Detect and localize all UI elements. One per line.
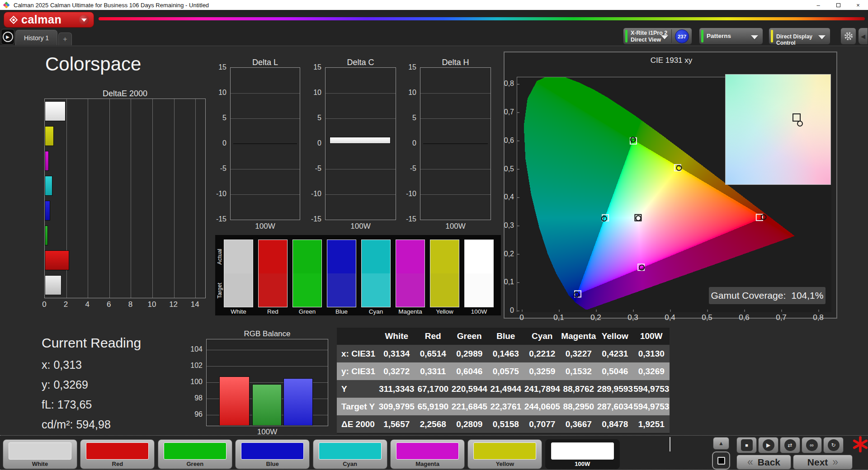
rgb-bar-red	[219, 376, 250, 426]
collapse-panel-button[interactable]: ◀	[858, 28, 868, 45]
next-button-label: Next	[807, 457, 828, 468]
y-tick-label: 10	[304, 89, 321, 97]
y-tick-label: 104	[184, 345, 203, 353]
patterns-dropdown[interactable]: Patterns	[699, 28, 763, 45]
add-tab-button[interactable]: +	[58, 33, 72, 45]
table-value-cell: 1,9251	[633, 415, 670, 433]
panel-expand-button[interactable]: ▲	[713, 437, 729, 450]
swatch-column-yellow	[430, 240, 459, 307]
pattern-bottom-bar: WhiteRedGreenBlueCyanMagentaYellow100W ▲…	[0, 435, 868, 470]
stop-button[interactable]: ■	[736, 437, 757, 453]
table-value-cell: 0,1463	[488, 345, 524, 362]
column-header-red: Red	[415, 328, 452, 345]
y-tick-label: 5	[399, 114, 416, 122]
table-value-cell: 0,6046	[451, 362, 488, 380]
tab-scroll-left-button[interactable]: ▶	[1, 29, 14, 45]
gear-icon	[844, 31, 854, 41]
red-asterisk-icon	[852, 436, 868, 453]
swatch-column-label: Blue	[327, 308, 356, 315]
notification-button[interactable]	[852, 436, 868, 455]
calman-app-window: Calman 2025 Calman Ultimate for Business…	[0, 0, 868, 470]
delta-h-chart-title: Delta H	[420, 58, 491, 67]
y-tick-label: 15	[399, 63, 416, 71]
current-reading-fL: fL: 173,65	[42, 398, 92, 411]
next-button[interactable]: Next »	[793, 455, 853, 470]
settings-button[interactable]	[840, 28, 856, 45]
table-value-cell: 2,2568	[415, 415, 452, 433]
table-value-cell: 594,9753	[633, 380, 670, 398]
actual-swatch	[224, 240, 253, 273]
chevron-down-icon	[661, 35, 668, 39]
column-header-100w: 100W	[633, 328, 670, 345]
delta-l-x-label: 100W	[230, 222, 300, 231]
actual-swatch	[293, 240, 321, 273]
calman-menu-button[interactable]: calman	[4, 12, 94, 28]
table-value-cell: 88,2950	[561, 398, 597, 415]
deltae-bar-green	[45, 226, 48, 245]
close-button[interactable]: ×	[848, 0, 868, 10]
current-reading-title: Current Reading	[42, 335, 141, 351]
deltae-bar-cyan	[45, 176, 52, 196]
target-swatch	[293, 273, 321, 307]
maximize-button[interactable]	[828, 0, 848, 10]
zero-value-line	[233, 143, 297, 144]
table-value-cell: 0,3269	[633, 362, 670, 380]
y-tick-label: -15	[304, 215, 321, 223]
target-swatch	[259, 273, 287, 307]
table-value-cell: 0,1532	[561, 362, 597, 380]
continuous-button[interactable]: ∞	[802, 437, 822, 453]
pattern-window-button[interactable]	[712, 451, 730, 470]
cie-x-tick-label: 0,1	[550, 313, 568, 322]
loop-button[interactable]: ↻	[823, 437, 844, 453]
y-tick-label: 15	[304, 63, 321, 71]
back-button[interactable]: « Back	[736, 455, 791, 470]
column-header-white: White	[378, 328, 415, 345]
pattern-patch-green[interactable]: Green	[158, 439, 232, 469]
x-tick-label: 4	[80, 300, 94, 309]
delta-c-chart	[325, 67, 396, 220]
current-reading-x: x: 0,313	[42, 358, 82, 371]
minimize-button[interactable]: –	[808, 0, 828, 10]
x-tick-label: 0	[38, 300, 51, 309]
delta-l-chart	[230, 67, 300, 220]
cie-y-tick-label: 0,1	[497, 278, 514, 286]
pattern-patch-red[interactable]: Red	[80, 439, 155, 469]
patch-color-swatch	[473, 442, 536, 460]
table-row: x: CIE310,31340,65140,29890,14630,22120,…	[337, 345, 670, 362]
column-header-blue: Blue	[488, 328, 524, 345]
chevron-double-left-icon: «	[747, 456, 753, 468]
gridline	[207, 366, 328, 367]
table-value-cell: 241,7894	[524, 380, 561, 398]
maximize-icon	[836, 3, 840, 7]
menu-caret-button[interactable]	[79, 15, 89, 25]
step-button[interactable]: ⇄	[780, 437, 800, 453]
pattern-patch-cyan[interactable]: Cyan	[313, 439, 387, 469]
calman-logo-icon	[9, 15, 19, 25]
pattern-patch-blue[interactable]: Blue	[235, 439, 310, 469]
meter-dropdown[interactable]: X-Rite i1Pro 2 Direct View 237	[623, 28, 692, 45]
patch-color-swatch	[319, 442, 382, 460]
column-header-cyan: Cyan	[524, 328, 561, 345]
patch-label: Red	[80, 461, 154, 467]
meter-count-badge[interactable]: 237	[675, 29, 689, 43]
meter-status-indicator	[625, 30, 627, 42]
gridline	[109, 99, 110, 298]
tab-history-1[interactable]: History 1	[15, 30, 57, 45]
swatch-column-label: 100W	[464, 308, 494, 315]
display-control-dropdown[interactable]: Direct Display Control	[769, 28, 830, 45]
meter-mode: Direct View	[631, 37, 661, 43]
pattern-patch-magenta[interactable]: Magenta	[390, 439, 465, 469]
pattern-patch-100w[interactable]: 100W	[545, 439, 620, 469]
calman-diamond-icon	[3, 2, 10, 9]
play-button[interactable]: ▶	[758, 437, 778, 453]
page-title: Colorspace	[45, 53, 141, 75]
pattern-patch-white[interactable]: White	[3, 439, 77, 469]
swatch-column-magenta	[396, 240, 425, 307]
y-tick-label: -5	[209, 164, 226, 173]
deltae2000-chart	[44, 99, 206, 298]
row-label: ΔE 2000	[337, 415, 378, 433]
gridline	[174, 99, 175, 298]
table-corner-cell	[337, 328, 378, 345]
pattern-patch-yellow[interactable]: Yellow	[467, 439, 542, 469]
rgb-bar-blue	[283, 378, 313, 426]
